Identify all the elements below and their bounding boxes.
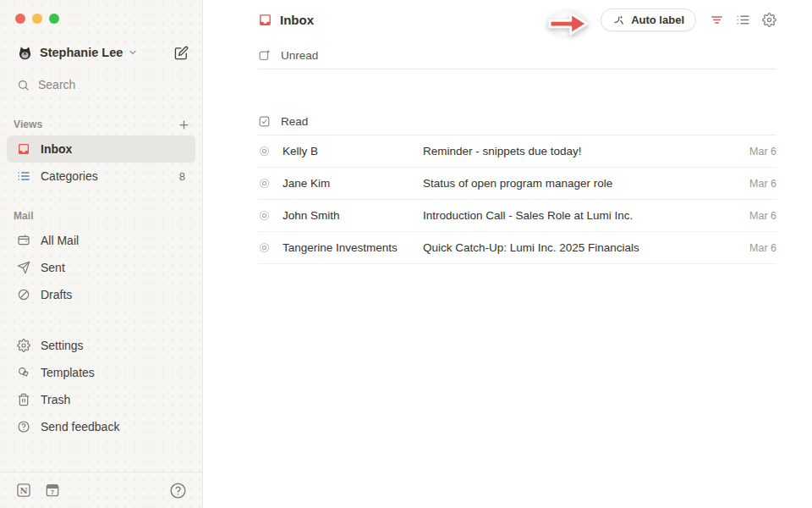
- list-view-icon: [736, 13, 750, 27]
- gear-icon: [762, 13, 776, 27]
- notion-logo-icon: N: [15, 482, 32, 499]
- sidebar-item-templates[interactable]: Templates: [7, 359, 195, 386]
- compose-button[interactable]: [174, 46, 189, 60]
- sidebar-item-label: Drafts: [41, 288, 72, 301]
- inbox-panel: Inbox Auto label: [203, 0, 812, 508]
- sidebar-item-settings[interactable]: Settings: [7, 332, 195, 359]
- templates-shapes-icon: [17, 366, 30, 379]
- auto-label-button-label: Auto label: [631, 14, 684, 26]
- sidebar-item-label: Inbox: [41, 142, 72, 156]
- sidebar-item-label: Trash: [41, 393, 70, 406]
- email-sender: Kelly B: [283, 145, 423, 157]
- zoom-window-button[interactable]: [49, 14, 59, 24]
- read-status-icon: [258, 177, 271, 190]
- search-placeholder: Search: [38, 78, 75, 91]
- avatar: [17, 45, 33, 61]
- sidebar-item-drafts[interactable]: Drafts: [7, 281, 195, 308]
- email-date: Mar 6: [749, 242, 776, 254]
- add-view-button[interactable]: [178, 119, 190, 131]
- inbox-settings-button[interactable]: [762, 13, 776, 27]
- sidebar-item-inbox[interactable]: Inbox: [7, 135, 195, 163]
- search-input[interactable]: Search: [0, 73, 202, 97]
- help-icon: [169, 482, 187, 500]
- calendar-app-button[interactable]: 7: [44, 482, 61, 499]
- sidebar-item-sent[interactable]: Sent: [7, 254, 195, 281]
- help-button[interactable]: [169, 482, 187, 500]
- read-status-icon: [258, 209, 271, 222]
- annotation-arrow-cursor: [543, 7, 592, 41]
- notion-app-button[interactable]: N: [15, 482, 32, 499]
- close-window-button[interactable]: [15, 14, 25, 24]
- chevron-down-icon: [128, 47, 138, 58]
- sidebar-item-categories[interactable]: Categories 8: [7, 163, 195, 190]
- question-circle-icon: [17, 420, 30, 433]
- sidebar-item-send-feedback[interactable]: Send feedback: [7, 413, 195, 440]
- read-section-label: Read: [281, 115, 308, 128]
- views-section-header: Views: [0, 117, 202, 132]
- mark-unread-icon: [258, 49, 271, 62]
- sent-paper-plane-icon: [17, 261, 30, 274]
- calendar-icon: 7: [44, 482, 61, 499]
- email-subject: Status of open program manager role: [423, 177, 739, 190]
- sidebar-item-all-mail[interactable]: All Mail: [7, 227, 195, 254]
- mail-section-label: Mail: [14, 210, 34, 222]
- svg-text:N: N: [19, 486, 27, 495]
- search-icon: [17, 79, 30, 91]
- categories-list-icon: [17, 169, 30, 183]
- checkbox-checked-icon: [258, 115, 271, 128]
- filter-icon: [710, 13, 724, 27]
- compose-icon: [174, 46, 189, 60]
- sidebar-item-label: Templates: [41, 366, 95, 379]
- mail-items: All Mail Sent Drafts: [0, 224, 202, 308]
- email-subject: Introduction Call - Sales Role at Lumi I…: [423, 209, 739, 222]
- email-date: Mar 6: [749, 146, 776, 157]
- drafts-icon: [17, 288, 30, 301]
- email-row[interactable]: Kelly B Reminder - snippets due today! M…: [258, 135, 776, 168]
- email-row[interactable]: Tangerine Investments Quick Catch-Up: Lu…: [258, 232, 776, 264]
- sidebar: Stephanie Lee Search Views: [0, 0, 203, 508]
- email-subject: Quick Catch-Up: Lumi Inc. 2025 Financial…: [423, 241, 739, 254]
- auto-label-wand-icon: [612, 14, 625, 26]
- page-title: Inbox: [280, 13, 314, 27]
- inbox-icon: [17, 142, 30, 156]
- header-icon-group: [710, 13, 776, 27]
- gear-icon: [17, 339, 30, 352]
- email-row[interactable]: John Smith Introduction Call - Sales Rol…: [258, 200, 776, 232]
- utility-items: Settings Templates Trash Send feedback: [0, 332, 202, 440]
- read-section-header[interactable]: Read: [258, 108, 776, 135]
- all-mail-icon: [17, 234, 30, 247]
- email-date: Mar 6: [749, 178, 776, 190]
- filter-button[interactable]: [710, 13, 724, 27]
- sidebar-item-label: Settings: [41, 339, 84, 352]
- sidebar-item-label: Sent: [41, 261, 65, 274]
- account-switcher[interactable]: Stephanie Lee: [0, 41, 202, 64]
- email-sender: Tangerine Investments: [283, 241, 423, 254]
- sidebar-item-trash[interactable]: Trash: [7, 386, 195, 413]
- email-sender: Jane Kim: [283, 177, 423, 190]
- inbox-header: Inbox Auto label: [258, 0, 776, 32]
- unread-section-header[interactable]: Unread: [258, 42, 776, 69]
- sidebar-item-label: All Mail: [41, 234, 79, 247]
- sidebar-item-label: Categories: [41, 169, 98, 183]
- auto-label-button[interactable]: Auto label: [601, 8, 696, 31]
- read-status-icon: [258, 241, 271, 254]
- mail-section-header: Mail: [0, 208, 202, 224]
- email-date: Mar 6: [749, 210, 776, 222]
- mail-app-window: Stephanie Lee Search Views: [0, 0, 812, 508]
- inbox-icon: [258, 13, 272, 27]
- unread-section-label: Unread: [281, 49, 318, 62]
- sidebar-item-label: Send feedback: [41, 420, 119, 433]
- minimize-window-button[interactable]: [32, 14, 42, 24]
- header-toolbar: Auto label: [543, 0, 776, 41]
- window-controls: [0, 0, 202, 24]
- plus-icon: [178, 119, 190, 131]
- views-section-label: Views: [14, 119, 42, 130]
- trash-icon: [17, 393, 30, 406]
- email-sender: John Smith: [283, 209, 423, 222]
- svg-text:7: 7: [51, 489, 54, 496]
- sidebar-footer: N 7: [0, 472, 202, 508]
- list-view-button[interactable]: [736, 13, 750, 27]
- email-row[interactable]: Jane Kim Status of open program manager …: [258, 168, 776, 200]
- categories-count-badge: 8: [179, 170, 185, 183]
- views-items: Inbox Categories 8: [0, 132, 202, 190]
